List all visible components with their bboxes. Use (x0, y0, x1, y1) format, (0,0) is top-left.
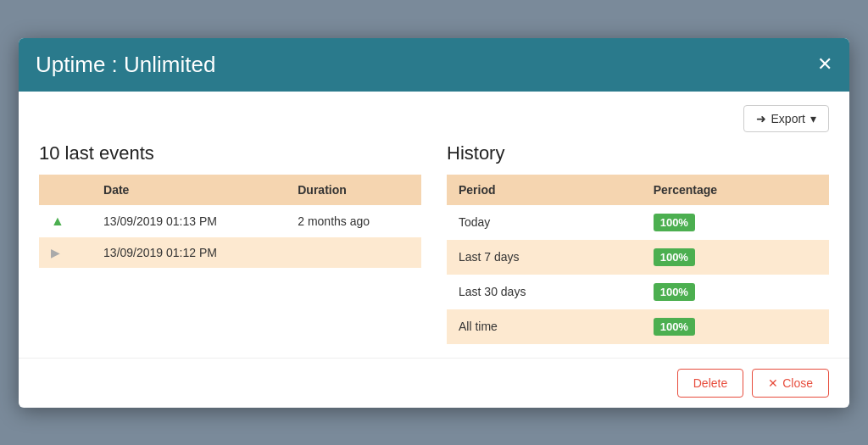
export-icon: ➜ (756, 112, 766, 125)
event-icon-play: ▶ (39, 237, 92, 268)
history-table-header-row: Period Percentage (447, 175, 829, 205)
modal-body: ➜ Export ▾ 10 last events Date Duration (19, 92, 849, 358)
right-section: History Period Percentage Today 100% (447, 142, 829, 344)
history-period-2: Last 7 days (447, 240, 642, 275)
badge-100-today: 100% (654, 214, 695, 231)
table-row: Last 30 days 100% (447, 275, 829, 309)
chevron-down-icon: ▾ (810, 112, 816, 125)
event-duration-1: 2 months ago (286, 205, 421, 237)
history-period-4: All time (447, 309, 642, 344)
event-date-1: 13/09/2019 01:13 PM (92, 205, 286, 237)
table-row: Today 100% (447, 205, 829, 240)
history-period-1: Today (447, 205, 642, 240)
modal-footer: Delete ✕ Close (19, 358, 849, 408)
close-label: Close (782, 376, 813, 390)
events-col-icon (39, 175, 92, 205)
history-percentage-3: 100% (642, 275, 829, 309)
close-icon: ✕ (768, 376, 778, 390)
badge-100-alltime: 100% (654, 318, 695, 336)
table-row: Last 7 days 100% (447, 240, 829, 275)
delete-button[interactable]: Delete (677, 369, 743, 398)
history-percentage-2: 100% (642, 240, 829, 275)
history-title: History (447, 142, 829, 164)
modal: Uptime : Unlimited ✕ ➜ Export ▾ 10 last … (19, 38, 849, 408)
badge-100-30days: 100% (654, 283, 695, 301)
history-table: Period Percentage Today 100% Last 7 days… (447, 175, 829, 344)
table-row: All time 100% (447, 309, 829, 344)
modal-title: Uptime : Unlimited (36, 52, 215, 78)
modal-close-button[interactable]: ✕ (817, 55, 832, 74)
export-label: Export (771, 112, 805, 125)
badge-100-7days: 100% (654, 248, 695, 266)
toolbar-row: ➜ Export ▾ (39, 105, 829, 132)
last-events-title: 10 last events (39, 142, 421, 164)
history-col-period: Period (447, 175, 642, 205)
history-percentage-4: 100% (642, 309, 829, 344)
table-row: ▲ 13/09/2019 01:13 PM 2 months ago (39, 205, 421, 237)
export-button[interactable]: ➜ Export ▾ (743, 105, 829, 132)
event-duration-2 (286, 237, 421, 268)
table-row: ▶ 13/09/2019 01:12 PM (39, 237, 421, 268)
close-button[interactable]: ✕ Close (752, 369, 829, 398)
events-col-date: Date (92, 175, 286, 205)
history-col-percentage: Percentage (642, 175, 829, 205)
events-table: Date Duration ▲ 13/09/2019 01:13 PM 2 mo… (39, 175, 421, 268)
event-icon-up: ▲ (39, 205, 92, 237)
left-section: 10 last events Date Duration ▲ 13/09/201… (39, 142, 421, 344)
content-row: 10 last events Date Duration ▲ 13/09/201… (39, 142, 829, 344)
modal-header: Uptime : Unlimited ✕ (19, 38, 849, 92)
event-date-2: 13/09/2019 01:12 PM (92, 237, 286, 268)
events-table-header-row: Date Duration (39, 175, 421, 205)
history-period-3: Last 30 days (447, 275, 642, 309)
history-percentage-1: 100% (642, 205, 829, 240)
events-col-duration: Duration (286, 175, 421, 205)
